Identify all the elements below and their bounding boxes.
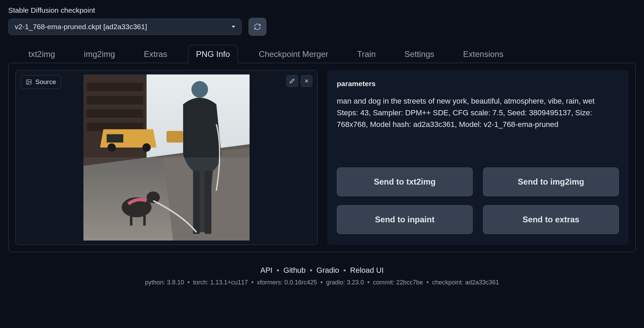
tab-settings[interactable]: Settings (396, 45, 442, 63)
svg-rect-4 (87, 83, 143, 91)
tab-bar: txt2img img2img Extras PNG Info Checkpoi… (8, 45, 636, 63)
clear-image-button[interactable] (301, 75, 312, 87)
footer-link-reload-ui[interactable]: Reload UI (350, 266, 384, 275)
checkpoint-row: v2-1_768-ema-pruned.ckpt [ad2a33c361] (8, 18, 636, 36)
footer-meta-torch: torch: 1.13.1+cu117 (193, 279, 248, 286)
meta-text: Steps: 43, Sampler: DPM++ SDE, CFG scale… (337, 107, 619, 130)
checkpoint-dropdown[interactable]: v2-1_768-ema-pruned.ckpt [ad2a33c361] (8, 19, 242, 35)
send-button-grid: Send to txt2img Send to img2img Send to … (337, 167, 619, 234)
svg-rect-11 (107, 134, 123, 142)
source-chip[interactable]: Source (21, 75, 61, 89)
refresh-icon (254, 23, 261, 31)
tab-png-info[interactable]: PNG Info (188, 45, 238, 63)
svg-point-15 (192, 81, 208, 97)
footer-links: API • Github • Gradio • Reload UI (8, 266, 636, 275)
main-panel: Source (8, 63, 636, 252)
prompt-text: man and dog in the streets of new york, … (337, 95, 619, 107)
svg-point-13 (142, 143, 151, 152)
svg-rect-5 (87, 96, 143, 104)
image-actions (286, 75, 312, 87)
footer-link-api[interactable]: API (260, 266, 272, 275)
source-image-box[interactable]: Source (15, 70, 318, 245)
svg-point-12 (107, 143, 116, 152)
reload-checkpoint-button[interactable] (249, 18, 266, 36)
footer-meta: python: 3.8.10• torch: 1.13.1+cu117• xfo… (8, 279, 636, 286)
footer-meta-commit: commit: 22bcc7be (373, 279, 423, 286)
tab-txt2img[interactable]: txt2img (21, 45, 63, 63)
info-panel: parameters man and dog in the streets of… (327, 70, 629, 245)
svg-point-1 (27, 81, 28, 81)
source-label: Source (35, 78, 56, 86)
footer-meta-checkpoint: checkpoint: ad2a33c361 (432, 279, 499, 286)
pencil-icon (289, 78, 295, 84)
source-image-preview (83, 74, 250, 241)
dot-separator: • (310, 266, 312, 275)
footer-meta-python: python: 3.8.10 (145, 279, 184, 286)
send-to-img2img-button[interactable]: Send to img2img (483, 167, 619, 196)
footer-link-gradio[interactable]: Gradio (317, 266, 339, 275)
tab-img2img[interactable]: img2img (76, 45, 123, 63)
footer-meta-xformers: xformers: 0.0.16rc425 (257, 279, 317, 286)
checkpoint-value: v2-1_768-ema-pruned.ckpt [ad2a33c361] (15, 23, 147, 31)
svg-rect-22 (83, 157, 250, 241)
tab-extras[interactable]: Extras (136, 45, 175, 63)
edit-image-button[interactable] (286, 75, 298, 87)
checkpoint-label: Stable Diffusion checkpoint (8, 6, 636, 14)
parameters-body: man and dog in the streets of new york, … (337, 95, 619, 130)
parameters-title: parameters (337, 80, 619, 88)
svg-rect-6 (87, 109, 143, 118)
dot-separator: • (277, 266, 279, 275)
footer-link-github[interactable]: Github (284, 266, 306, 275)
send-to-extras-button[interactable]: Send to extras (483, 205, 619, 234)
image-icon (26, 79, 32, 85)
tab-train[interactable]: Train (349, 45, 384, 63)
tab-extensions[interactable]: Extensions (455, 45, 511, 63)
tab-checkpoint-merger[interactable]: Checkpoint Merger (251, 45, 336, 63)
svg-rect-14 (166, 131, 183, 143)
send-to-inpaint-button[interactable]: Send to inpaint (337, 205, 473, 234)
close-icon (304, 78, 309, 84)
send-to-txt2img-button[interactable]: Send to txt2img (337, 167, 473, 196)
dot-separator: • (343, 266, 346, 275)
footer-meta-gradio: gradio: 3.23.0 (326, 279, 364, 286)
footer: API • Github • Gradio • Reload UI python… (8, 266, 636, 286)
chevron-down-icon (232, 26, 235, 28)
